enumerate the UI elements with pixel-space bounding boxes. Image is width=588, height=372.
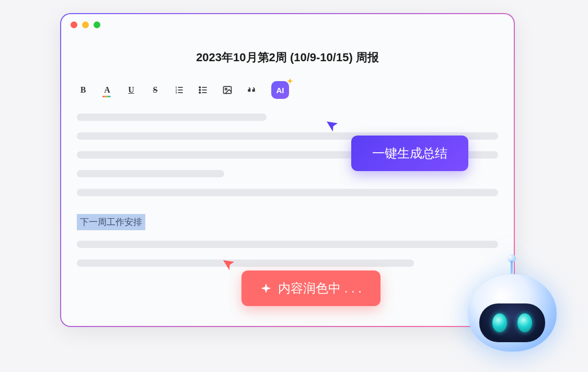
bold-button[interactable]: B [77,84,89,96]
titlebar [61,14,514,35]
svg-text:3: 3 [176,91,177,94]
sparkle-icon: ✦ [287,77,293,85]
robot-assistant-icon[interactable] [468,254,557,356]
close-dot[interactable] [71,21,77,28]
sparkle-icon [260,283,272,294]
robot-eye [492,313,507,332]
underline-button[interactable]: U [125,84,137,96]
skeleton-line [77,189,498,196]
robot-eye [517,313,532,332]
maximize-dot[interactable] [94,21,100,28]
page-title: 2023年10月第2周 (10/9-10/15) 周报 [61,50,514,65]
unordered-list-button[interactable] [197,84,210,96]
text-color-button[interactable]: A [101,84,113,96]
svg-point-13 [225,88,227,90]
ordered-list-button[interactable]: 1 2 3 [173,84,186,96]
skeleton-line [77,241,498,248]
svg-point-9 [199,87,201,88]
svg-point-10 [199,89,201,91]
skeleton-line [77,260,414,267]
highlighted-selection[interactable]: 下一周工作安排 [77,214,145,230]
robot-antenna [511,261,513,274]
minimize-dot[interactable] [82,21,89,28]
app-window: 2023年10月第2周 (10/9-10/15) 周报 B A U S 1 2 … [60,13,515,327]
image-button[interactable] [221,84,234,96]
tooltip-polishing[interactable]: 内容润色中 . . . [241,270,381,306]
skeleton-line [77,114,267,121]
tooltip-generate-summary[interactable]: 一键生成总结 [351,136,468,171]
ai-button[interactable]: AI ✦ [271,81,289,99]
color-swatch-icon [102,96,111,97]
text-color-label: A [104,85,110,95]
svg-point-11 [199,92,201,94]
tooltip-polishing-label: 内容润色中 . . . [278,280,362,297]
quote-button[interactable] [245,84,258,96]
strikethrough-button[interactable]: S [149,84,162,96]
skeleton-line [77,170,224,177]
toolbar: B A U S 1 2 3 [61,81,514,99]
robot-face [479,303,545,342]
ai-label: AI [276,86,284,95]
